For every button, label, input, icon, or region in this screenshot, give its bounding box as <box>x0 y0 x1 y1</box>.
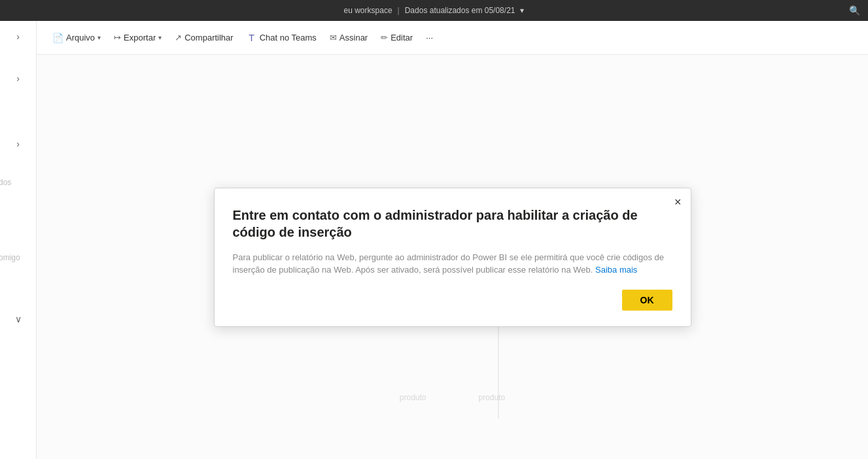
report-canvas: produto, feito e meta feito 1 5 6 feito … <box>37 55 868 459</box>
teams-icon: T <box>247 33 257 43</box>
modal-box: × Entre em contato com o administrador p… <box>214 188 691 327</box>
chevron-right-icon-2: › <box>16 73 20 84</box>
sidebar-chevron-4[interactable]: ∨ <box>8 309 29 330</box>
toolbar: 📄 Arquivo ▾ ↦ Exportar ▾ ↗ Compartilhar … <box>37 21 868 55</box>
sidebar-label-omigo: omigo <box>0 253 20 262</box>
arquivo-button[interactable]: 📄 Arquivo ▾ <box>47 29 106 47</box>
mail-icon: ✉ <box>330 33 337 42</box>
modal-overlay: × Entre em contato com o administrador p… <box>37 55 868 459</box>
export-icon: ↦ <box>114 33 121 42</box>
chat-teams-button[interactable]: T Chat no Teams <box>241 29 322 47</box>
modal-title: Entre em contato com o administrador par… <box>233 207 672 241</box>
edit-icon: ✏ <box>381 33 388 42</box>
compartilhar-label: Compartilhar <box>184 33 233 42</box>
sidebar-chevron-2[interactable]: › <box>8 68 29 89</box>
chevron-right-icon-1: › <box>16 31 20 42</box>
sidebar-label-dos: dos <box>0 178 11 187</box>
ok-button[interactable]: OK <box>622 290 672 311</box>
search-icon[interactable]: 🔍 <box>849 5 860 16</box>
sidebar-chevron-3[interactable]: › <box>8 133 29 154</box>
top-bar: eu workspace | Dados atualizados em 05/0… <box>0 0 868 21</box>
chevron-down-icon[interactable]: ▾ <box>520 6 524 15</box>
sidebar: › › dos › omigo ∨ <box>0 21 37 459</box>
exportar-label: Exportar <box>124 33 156 42</box>
data-status: Dados atualizados em 05/08/21 <box>405 6 515 15</box>
modal-body: Para publicar o relatório na Web, pergun… <box>233 251 672 277</box>
assinar-label: Assinar <box>339 33 368 42</box>
more-button[interactable]: ··· <box>421 29 438 46</box>
modal-close-button[interactable]: × <box>674 196 682 208</box>
main-layout: › › dos › omigo ∨ 📄 Arquivo ▾ ↦ <box>0 21 868 459</box>
arquivo-chevron: ▾ <box>97 34 101 41</box>
file-icon: 📄 <box>52 33 63 43</box>
separator: | <box>398 6 400 15</box>
assinar-button[interactable]: ✉ Assinar <box>324 29 373 46</box>
chevron-right-icon-3: › <box>16 139 20 149</box>
exportar-button[interactable]: ↦ Exportar ▾ <box>109 29 167 46</box>
modal-footer: OK <box>233 290 672 311</box>
saiba-mais-link[interactable]: Saiba mais <box>595 265 637 275</box>
top-bar-center: eu workspace | Dados atualizados em 05/0… <box>344 6 525 15</box>
share-icon: ↗ <box>175 33 182 42</box>
more-label: ··· <box>426 33 433 42</box>
sidebar-chevron-1[interactable]: › <box>8 26 29 47</box>
chevron-down-icon-sidebar: ∨ <box>15 314 22 324</box>
editar-label: Editar <box>391 33 413 42</box>
editar-button[interactable]: ✏ Editar <box>375 29 418 46</box>
exportar-chevron: ▾ <box>158 34 162 41</box>
content-area: 📄 Arquivo ▾ ↦ Exportar ▾ ↗ Compartilhar … <box>37 21 868 459</box>
compartilhar-button[interactable]: ↗ Compartilhar <box>169 29 238 46</box>
chat-teams-label: Chat no Teams <box>260 33 317 42</box>
top-bar-right: 🔍 <box>849 5 860 16</box>
arquivo-label: Arquivo <box>66 33 95 42</box>
workspace-name: eu workspace <box>344 6 392 15</box>
